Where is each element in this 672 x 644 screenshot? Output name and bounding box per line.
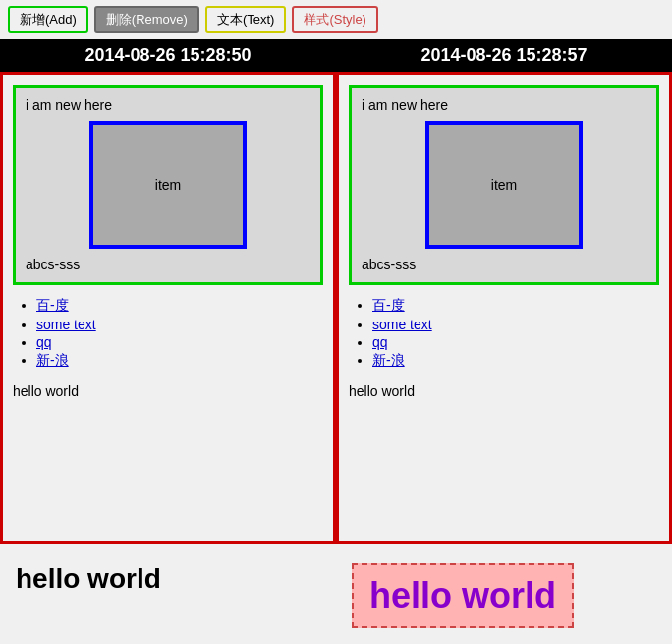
bottom-right-box: hello world — [352, 563, 574, 628]
right-green-box-bottom-label: abcs-sss — [362, 257, 646, 272]
bottom-left-text: hello world — [16, 563, 161, 594]
left-item-label: item — [155, 177, 181, 193]
list-item: qq — [36, 334, 323, 350]
right-green-box-top-label: i am new here — [362, 97, 646, 113]
right-blue-box: item — [425, 121, 583, 249]
left-green-box: i am new here item abcs-sss — [13, 85, 323, 285]
link-qq-right[interactable]: qq — [372, 334, 388, 350]
left-green-box-top-label: i am new here — [26, 97, 310, 113]
right-item-label: item — [491, 177, 517, 193]
right-panel-header: 2014-08-26 15:28:57 — [336, 39, 672, 72]
toolbar: 新增(Add) 删除(Remove) 文本(Text) 样式(Style) — [0, 0, 672, 39]
bottom-left: hello world — [0, 554, 342, 638]
list-item: some text — [372, 317, 659, 332]
list-item: 百-度 — [372, 297, 659, 315]
link-qq-left[interactable]: qq — [36, 334, 52, 350]
left-green-box-bottom-label: abcs-sss — [26, 257, 310, 272]
style-button[interactable]: 样式(Style) — [292, 6, 378, 33]
list-item: 新-浪 — [36, 352, 323, 370]
add-button[interactable]: 新增(Add) — [8, 6, 88, 33]
right-green-box: i am new here item abcs-sss — [349, 85, 659, 285]
bottom-right-text: hello world — [369, 575, 556, 615]
link-sina-right[interactable]: 新-浪 — [372, 352, 405, 368]
bottom-area: hello world hello world — [0, 544, 672, 638]
right-panel-body: i am new here item abcs-sss 百-度 some tex… — [336, 72, 672, 544]
main-area: 2014-08-26 15:28:50 i am new here item a… — [0, 39, 672, 544]
remove-button[interactable]: 删除(Remove) — [94, 6, 199, 33]
text-button[interactable]: 文本(Text) — [205, 6, 287, 33]
link-sometext-left[interactable]: some text — [36, 317, 96, 332]
left-panel-body: i am new here item abcs-sss 百-度 some tex… — [0, 72, 336, 544]
link-sometext-right[interactable]: some text — [372, 317, 432, 332]
left-panel: 2014-08-26 15:28:50 i am new here item a… — [0, 39, 336, 544]
list-item: qq — [372, 334, 659, 350]
list-item: some text — [36, 317, 323, 332]
left-link-list: 百-度 some text qq 新-浪 — [13, 297, 323, 370]
bottom-right: hello world — [342, 554, 672, 638]
left-panel-header: 2014-08-26 15:28:50 — [0, 39, 336, 72]
link-sina-left[interactable]: 新-浪 — [36, 352, 69, 368]
left-blue-box: item — [89, 121, 247, 249]
link-baidu-left[interactable]: 百-度 — [36, 297, 69, 313]
left-hello-text: hello world — [13, 380, 323, 403]
right-hello-text: hello world — [349, 380, 659, 403]
list-item: 新-浪 — [372, 352, 659, 370]
list-item: 百-度 — [36, 297, 323, 315]
right-panel: 2014-08-26 15:28:57 i am new here item a… — [336, 39, 672, 544]
right-link-list: 百-度 some text qq 新-浪 — [349, 297, 659, 370]
link-baidu-right[interactable]: 百-度 — [372, 297, 405, 313]
